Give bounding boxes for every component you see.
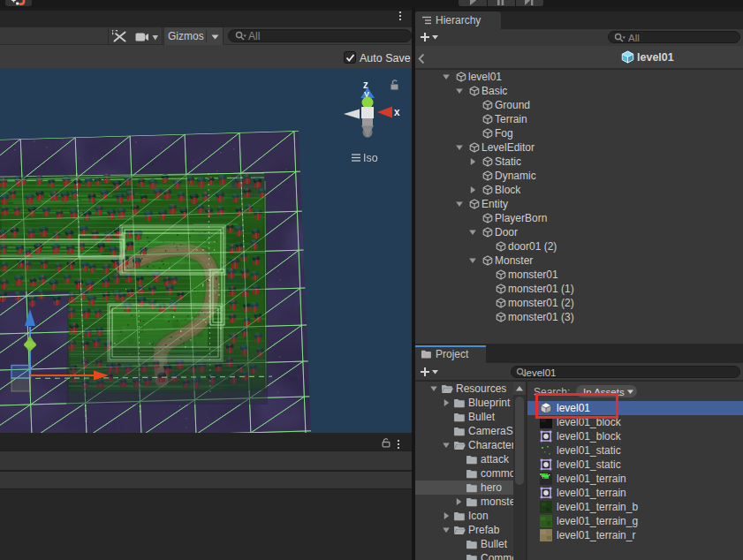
svg-text:x: x (394, 106, 400, 118)
svg-text:Iso: Iso (363, 152, 378, 164)
